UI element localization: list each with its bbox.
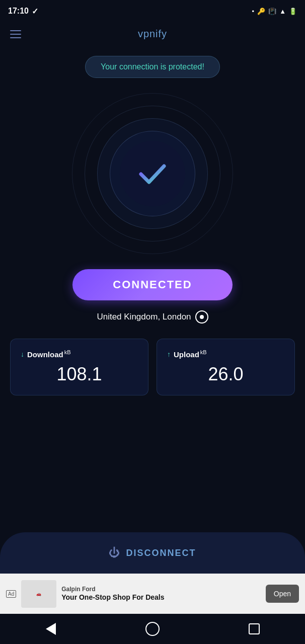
- download-header: ↓ DownloadkB: [21, 349, 138, 359]
- back-button[interactable]: [41, 619, 61, 639]
- status-icons: • 🔑 📳 ▲ 🔋: [252, 8, 297, 15]
- status-check: ✓: [32, 7, 38, 16]
- ad-company: Galpin Ford: [61, 586, 261, 593]
- wifi-icon: ▲: [279, 8, 286, 15]
- bottom-nav: [0, 614, 305, 644]
- stats-row: ↓ DownloadkB 108.1 ↑ UploadkB 26.0: [10, 339, 295, 395]
- connect-button[interactable]: CONNECTED: [72, 269, 232, 300]
- status-bar: 17:10 ✓ • 🔑 📳 ▲ 🔋: [0, 0, 305, 22]
- ad-badge: Ad: [6, 590, 16, 598]
- ad-text-column: Galpin Ford Your One-Stop Shop For Deals: [61, 586, 261, 602]
- status-time: 17:10: [8, 7, 29, 16]
- top-nav: vpnify: [0, 22, 305, 46]
- upload-label: UploadkB: [174, 349, 207, 359]
- app-title: vpnify: [138, 28, 167, 40]
- disconnect-section[interactable]: ⏻ DISCONNECT: [0, 532, 305, 574]
- checkmark-icon: [135, 156, 170, 191]
- back-arrow-icon: [46, 623, 56, 635]
- ad-open-button[interactable]: Open: [266, 585, 299, 603]
- vpn-circle: [72, 93, 233, 254]
- location-target-icon[interactable]: [195, 310, 208, 324]
- ad-headline: Your One-Stop Shop For Deals: [61, 593, 261, 602]
- disconnect-label: DISCONNECT: [126, 548, 196, 558]
- power-icon: ⏻: [109, 546, 120, 559]
- home-button[interactable]: [142, 619, 163, 639]
- protection-text: Your connection is protected!: [101, 62, 204, 71]
- home-circle-icon: [145, 622, 160, 636]
- download-value: 108.1: [21, 364, 138, 385]
- download-label: DownloadkB: [27, 349, 71, 359]
- status-time-area: 17:10 ✓: [8, 7, 38, 16]
- download-arrow-icon: ↓: [21, 350, 24, 358]
- dot-icon: •: [252, 8, 255, 15]
- menu-button[interactable]: [10, 30, 21, 38]
- checkmark-circle: [120, 141, 185, 206]
- recents-button[interactable]: [244, 619, 264, 639]
- upload-value: 26.0: [167, 364, 284, 385]
- vibrate-icon: 📳: [268, 8, 276, 15]
- ad-banner: Ad 🚗 Galpin Ford Your One-Stop Shop For …: [0, 574, 305, 614]
- recents-square-icon: [249, 623, 260, 634]
- upload-card: ↑ UploadkB 26.0: [157, 339, 295, 395]
- download-card: ↓ DownloadkB 108.1: [10, 339, 148, 395]
- main-content: Your connection is protected! CONNECTED …: [0, 46, 305, 532]
- location-text: United Kingdom, London: [97, 312, 191, 322]
- location-row: United Kingdom, London: [97, 310, 208, 324]
- ad-image: 🚗: [21, 580, 56, 608]
- battery-icon: 🔋: [289, 8, 297, 15]
- protection-banner: Your connection is protected!: [85, 56, 220, 78]
- upload-arrow-icon: ↑: [167, 350, 171, 358]
- key-icon: 🔑: [257, 8, 265, 15]
- upload-header: ↑ UploadkB: [167, 349, 284, 359]
